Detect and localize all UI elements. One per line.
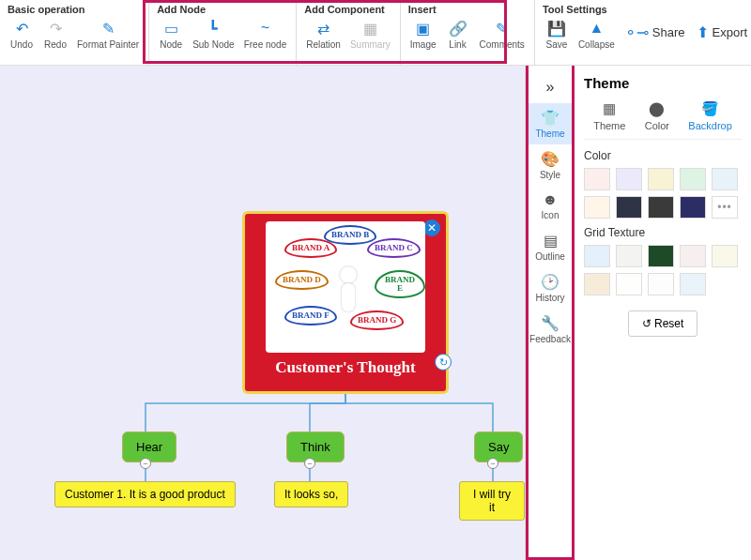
highlight-toolbar-groups [143, 0, 507, 64]
collapse-icon: ▲ [587, 19, 605, 38]
brand-bubble: BRAND C [367, 238, 421, 258]
color-swatch[interactable] [648, 196, 674, 219]
export-icon: ⬆ [697, 23, 709, 41]
paintbrush-icon: ✎ [99, 19, 117, 38]
color-swatch[interactable] [584, 168, 610, 190]
side-tab-icon[interactable]: ☻Icon [529, 186, 572, 226]
canvas[interactable]: ✕ BRAND A BRAND B BRAND C BRAND D BRAND … [0, 66, 525, 560]
node-hear[interactable]: Hear [122, 431, 176, 462]
share-button[interactable]: ⚬⊸Share [624, 23, 685, 41]
share-icon: ⚬⊸ [624, 23, 649, 41]
brand-bubble: BRAND D [275, 270, 329, 290]
side-tab-history[interactable]: 🕑History [529, 267, 572, 309]
texture-swatches [584, 245, 742, 295]
side-tab-theme[interactable]: 👕Theme [529, 103, 572, 144]
texture-swatch[interactable] [680, 245, 706, 267]
side-tab-feedback[interactable]: 🔧Feedback [529, 309, 572, 350]
node-think[interactable]: Think [286, 431, 345, 462]
grid-icon: ▦ [603, 100, 616, 117]
side-tab-strip: » 👕Theme 🎨Style ☻Icon ▤Outline 🕑History … [526, 66, 575, 560]
panel-body: Theme ▦Theme ⬤Color 🪣Backdrop Color ••• … [575, 66, 751, 560]
drop-icon: ⬤ [649, 100, 665, 117]
group-basic-operation: Basic operation ↶Undo ↷Redo ✎Format Pain… [0, 0, 149, 65]
color-swatch[interactable] [648, 168, 674, 190]
brand-bubble: BRAND F [284, 306, 337, 325]
reset-button[interactable]: ↺ Reset [628, 310, 698, 337]
group-title: Tool Settings [541, 4, 619, 15]
group-tool-settings: Tool Settings 💾Save ▲Collapse [535, 0, 624, 65]
redo-button[interactable]: ↷Redo [39, 17, 71, 52]
subtab-backdrop[interactable]: 🪣Backdrop [688, 100, 731, 131]
node-settings-icon[interactable]: ↻ [435, 354, 452, 371]
color-swatches: ••• [584, 168, 742, 219]
texture-swatch[interactable] [712, 245, 738, 267]
collapse-toggle[interactable]: − [487, 458, 498, 469]
format-painter-button[interactable]: ✎Format Painter [73, 17, 143, 52]
texture-swatch[interactable] [616, 245, 642, 267]
node-hear-child[interactable]: Customer 1. It is a good product [54, 481, 236, 507]
side-tab-style[interactable]: 🎨Style [529, 144, 572, 186]
side-panel: » 👕Theme 🎨Style ☻Icon ▤Outline 🕑History … [525, 66, 751, 560]
wrench-icon: 🔧 [541, 314, 559, 332]
close-image-icon[interactable]: ✕ [423, 219, 440, 236]
brand-bubble: BRAND E [375, 270, 425, 298]
node-say[interactable]: Say [474, 431, 523, 462]
save-icon: 💾 [547, 19, 566, 38]
color-swatch[interactable] [680, 168, 706, 190]
section-texture-label: Grid Texture [584, 226, 742, 239]
panel-title: Theme [584, 75, 742, 91]
color-swatch[interactable] [584, 196, 610, 219]
collapse-toggle[interactable]: − [304, 458, 315, 469]
color-swatch[interactable] [616, 168, 642, 190]
color-swatch[interactable] [616, 196, 642, 219]
group-title: Basic operation [6, 4, 143, 15]
clock-icon: 🕑 [541, 273, 559, 291]
undo-button[interactable]: ↶Undo [6, 17, 38, 52]
save-button[interactable]: 💾Save [541, 17, 573, 52]
brand-bubble: BRAND B [324, 225, 376, 245]
texture-swatch[interactable] [616, 273, 642, 295]
toolbar-right-actions: ⚬⊸Share ⬆Export [624, 0, 751, 65]
collapse-panel-button[interactable]: » [529, 71, 572, 103]
texture-swatch[interactable] [680, 273, 706, 295]
smile-icon: ☻ [543, 191, 559, 208]
root-title: Customer's Thought [275, 358, 415, 377]
color-more[interactable]: ••• [712, 196, 738, 219]
texture-swatch[interactable] [648, 245, 674, 267]
palette-icon: 🎨 [541, 150, 559, 168]
export-button[interactable]: ⬆Export [697, 23, 748, 41]
root-node[interactable]: ✕ BRAND A BRAND B BRAND C BRAND D BRAND … [242, 211, 449, 394]
node-think-child[interactable]: It looks so, [274, 481, 348, 507]
bucket-icon: 🪣 [701, 100, 719, 117]
subtab-theme[interactable]: ▦Theme [593, 100, 625, 131]
texture-swatch[interactable] [648, 273, 674, 295]
outline-icon: ▤ [544, 232, 558, 250]
root-image: BRAND A BRAND B BRAND C BRAND D BRAND E … [266, 221, 425, 353]
texture-swatch[interactable] [584, 273, 610, 295]
side-tab-outline[interactable]: ▤Outline [529, 226, 572, 267]
collapse-button[interactable]: ▲Collapse [575, 17, 619, 52]
texture-swatch[interactable] [584, 245, 610, 267]
redo-icon: ↷ [46, 19, 65, 38]
color-swatch[interactable] [680, 196, 706, 219]
undo-icon: ↶ [12, 19, 31, 38]
node-say-child[interactable]: I will try it [459, 481, 525, 521]
thinking-figure-icon [331, 266, 365, 332]
color-swatch[interactable] [712, 168, 738, 190]
collapse-toggle[interactable]: − [140, 458, 151, 469]
section-color-label: Color [584, 149, 742, 162]
shirt-icon: 👕 [541, 109, 559, 127]
subtab-color[interactable]: ⬤Color [645, 100, 669, 131]
